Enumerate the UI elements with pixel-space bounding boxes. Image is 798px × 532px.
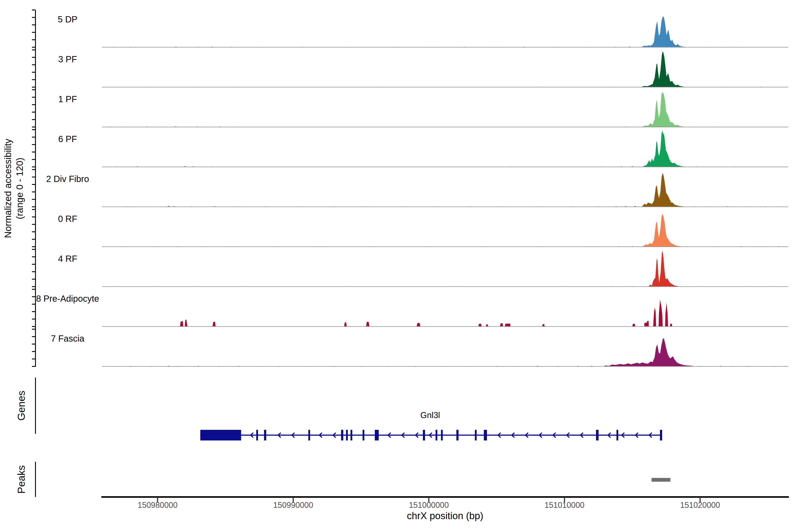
- gene-exon: [436, 430, 437, 440]
- signal-area: [102, 338, 788, 366]
- gene-exon: [484, 430, 487, 440]
- signal-area: [102, 214, 788, 247]
- signal-area: [102, 300, 788, 326]
- gene-exon: [308, 430, 310, 440]
- x-tick-label-1: 150990000: [255, 500, 331, 510]
- track-label-6: 4 RF: [23, 253, 112, 264]
- gene-exon: [616, 430, 618, 440]
- y-axis-title-line1: Normalized accessibility: [2, 139, 14, 238]
- track-label-0: 5 DP: [23, 14, 112, 25]
- gene-exon: [596, 430, 599, 440]
- x-axis-title: chrX position (bp): [407, 510, 483, 521]
- track-area-1-pf: [102, 92, 788, 127]
- gene-exon: [346, 430, 348, 440]
- gene-exon: [341, 430, 343, 440]
- gene-exon: [456, 430, 459, 440]
- y-axis-title: Normalized accessibility (range 0 - 120): [2, 139, 25, 238]
- track-label-8: 7 Fascia: [23, 333, 112, 344]
- gene-exon: [264, 430, 266, 440]
- track-area-4-rf: [102, 251, 788, 287]
- gene-exon: [441, 430, 443, 440]
- gene-exon: [475, 430, 477, 440]
- gene-exon: [363, 430, 364, 440]
- track-label-1: 3 PF: [23, 54, 112, 64]
- track-area-6-pf: [102, 130, 788, 167]
- track-area-2-div-fibro: [102, 173, 788, 207]
- track-label-4: 2 Div Fibro: [23, 174, 112, 184]
- gene-exon: [256, 430, 258, 440]
- track-label-7: 8 Pre-Adipocyte: [23, 293, 112, 304]
- gene-model-gnl3l: [201, 430, 662, 440]
- signal-area: [102, 173, 788, 207]
- x-tick-label-4: 151020000: [662, 500, 738, 510]
- gene-name-label: Gnl3l: [420, 411, 440, 420]
- track-label-2: 1 PF: [23, 94, 112, 104]
- called-peak-bar: [651, 478, 670, 482]
- x-tick-label-3: 151010000: [527, 500, 602, 510]
- signal-area: [102, 51, 788, 87]
- track-area-5-dp: [102, 16, 788, 47]
- track-label-5: 0 RF: [23, 213, 112, 224]
- genes-section-label: Genes: [15, 391, 27, 421]
- signal-area: [102, 92, 788, 127]
- gene-exon: [201, 430, 241, 440]
- coverage-plot-canvas: [0, 0, 798, 532]
- gene-exon: [375, 430, 379, 440]
- track-area-8-pre-adipocyte: [102, 300, 788, 326]
- coverage-plot-figure: Normalized accessibility (range 0 - 120)…: [0, 0, 798, 532]
- track-area-7-fascia: [102, 338, 788, 366]
- gene-exon: [423, 430, 425, 440]
- track-area-3-pf: [102, 51, 788, 87]
- peaks-section-label: Peaks: [15, 465, 27, 494]
- x-tick-label-0: 150980000: [120, 500, 195, 510]
- track-label-3: 6 PF: [23, 134, 112, 144]
- track-area-0-rf: [102, 214, 788, 247]
- gene-exon: [350, 430, 352, 440]
- signal-area: [102, 16, 788, 47]
- signal-area: [102, 251, 788, 287]
- x-tick-label-2: 151000000: [391, 500, 467, 510]
- signal-area: [102, 130, 788, 167]
- gene-exon: [660, 430, 662, 440]
